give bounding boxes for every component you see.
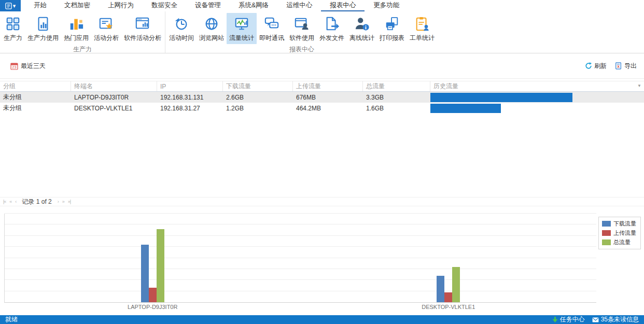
ribbon-item-label: 工单统计: [410, 34, 435, 43]
menu-tab-device-mgmt[interactable]: 设备管理: [186, 0, 230, 11]
chart-legend: 下载流量 上传流量 总流量: [598, 217, 641, 249]
chart-bar: [149, 288, 157, 302]
export-file-icon: X: [615, 62, 622, 69]
app-menu-button[interactable]: ▾: [0, 0, 21, 11]
ribbon-group-productivity: 生产力 生产力使用 热门应用: [0, 11, 165, 53]
refresh-button[interactable]: 刷新: [585, 62, 607, 71]
menu-bar: ▾ 开始 文档加密 上网行为 数据安全 设备管理 系统&网络 运维中心 报表中心…: [0, 0, 644, 11]
svg-text:X: X: [617, 65, 620, 68]
productivity-usage-icon: [35, 15, 51, 33]
traffic-table: 分组 终端名 IP 下载流量 上传流量 总流量 历史流量 ▼ 未分组 LAPTO…: [0, 81, 644, 114]
unread-messages-button[interactable]: 35条未读信息: [592, 315, 639, 324]
legend-entry-download: 下载流量: [602, 220, 636, 228]
ribbon: 生产力 生产力使用 热门应用: [0, 11, 644, 53]
column-header-history[interactable]: 历史流量 ▼: [430, 81, 644, 91]
menu-tab-more-functions[interactable]: 更多功能: [365, 0, 408, 11]
menu-tab-system-network[interactable]: 系统&网络: [230, 0, 277, 11]
chart-plot: LAPTOP-D9J3IT0RDESKTOP-VLKTLE1: [4, 214, 596, 303]
activity-analysis-icon: [99, 15, 114, 33]
traffic-bar-chart: LAPTOP-D9J3IT0RDESKTOP-VLKTLE1 下载流量 上传流量…: [0, 206, 644, 315]
legend-entry-upload: 上传流量: [602, 229, 636, 237]
column-filter-caret-icon[interactable]: ▼: [637, 83, 641, 88]
chart-bar: [444, 292, 452, 302]
legend-entry-total: 总流量: [602, 238, 636, 246]
chart-category-group: DESKTOP-VLKTLE1: [301, 214, 597, 302]
ribbon-item-label: 外发文件: [319, 34, 344, 43]
menu-tab-ops-center[interactable]: 运维中心: [277, 0, 321, 11]
next-page-button[interactable]: ›: [58, 199, 59, 204]
hot-apps-icon: [68, 15, 84, 33]
prev-page-button[interactable]: ‹: [15, 199, 16, 204]
chart-bar: [437, 276, 444, 302]
date-range-filter[interactable]: 23 最近三天: [10, 62, 46, 71]
cell-total: 1.6GB: [363, 105, 430, 112]
ribbon-item-work-order-stats[interactable]: 工单统计: [407, 13, 437, 44]
refresh-icon: [585, 62, 592, 69]
column-header-upload[interactable]: 上传流量: [293, 81, 363, 91]
ribbon-item-activity-time[interactable]: 活动时间: [166, 13, 197, 44]
ribbon-item-label: 流量统计: [229, 34, 254, 43]
export-button[interactable]: X 导出: [615, 62, 637, 71]
ribbon-item-instant-messaging[interactable]: 即时通讯: [257, 13, 287, 44]
next-fast-button[interactable]: »: [62, 199, 64, 204]
history-traffic-bar: [430, 93, 572, 102]
traffic-stats-icon: [234, 15, 249, 33]
table-header-row: 分组 终端名 IP 下载流量 上传流量 总流量 历史流量 ▼: [0, 81, 644, 92]
column-header-terminal[interactable]: 终端名: [71, 81, 157, 91]
ribbon-item-productivity[interactable]: 生产力: [1, 13, 25, 44]
export-label: 导出: [624, 62, 637, 71]
software-activity-analysis-icon: [135, 15, 150, 33]
menu-tab-start[interactable]: 开始: [25, 0, 55, 11]
last-page-button[interactable]: »|: [68, 199, 71, 204]
table-row[interactable]: 未分组 LAPTOP-D9J3IT0R 192.168.31.131 2.6GB…: [0, 92, 644, 103]
cell-total: 3.3GB: [363, 94, 430, 101]
prev-fast-button[interactable]: «: [9, 199, 11, 204]
work-order-stats-icon: [414, 15, 430, 33]
cell-ip: 192.168.31.131: [157, 94, 223, 101]
task-center-button[interactable]: 任务中心: [552, 315, 585, 324]
column-header-group[interactable]: 分组: [0, 81, 71, 91]
software-usage-icon: [294, 15, 310, 33]
date-range-label: 最近三天: [21, 62, 46, 71]
cell-upload: 676MB: [293, 94, 363, 101]
ribbon-item-label: 即时通讯: [259, 34, 284, 43]
column-header-total[interactable]: 总流量: [363, 81, 430, 91]
chart-category-label: LAPTOP-D9J3IT0R: [5, 302, 301, 310]
app-menu-icon: [5, 3, 12, 9]
first-page-button[interactable]: |«: [3, 199, 6, 204]
ribbon-item-label: 活动分析: [94, 34, 119, 43]
ribbon-item-browse-website[interactable]: 浏览网站: [197, 13, 227, 44]
application-window: ▾ 开始 文档加密 上网行为 数据安全 设备管理 系统&网络 运维中心 报表中心…: [0, 0, 644, 324]
column-header-download[interactable]: 下载流量: [223, 81, 293, 91]
calendar-icon: 23: [10, 62, 18, 70]
menu-tab-data-security[interactable]: 数据安全: [143, 0, 186, 11]
ribbon-item-outgoing-files[interactable]: 外发文件: [317, 13, 347, 44]
menu-tab-report-center[interactable]: 报表中心: [321, 0, 365, 11]
browse-website-icon: [204, 15, 219, 33]
ribbon-item-print-report[interactable]: 打印报表: [377, 13, 407, 44]
activity-time-icon: [174, 15, 189, 33]
menu-tab-web-behavior[interactable]: 上网行为: [99, 0, 143, 11]
ribbon-item-offline-stats[interactable]: 离线统计: [347, 13, 377, 44]
history-traffic-bar: [430, 104, 501, 113]
table-row[interactable]: 未分组 DESKTOP-VLKTLE1 192.168.31.27 1.2GB …: [0, 103, 644, 114]
print-report-icon: [384, 15, 400, 33]
ribbon-item-hot-apps[interactable]: 热门应用: [61, 13, 91, 44]
status-bar: 就绪 任务中心 35条未读信息: [0, 315, 644, 324]
app-menu-caret: ▾: [13, 3, 16, 9]
status-state-label: 就绪: [5, 315, 18, 324]
ribbon-item-activity-analysis[interactable]: 活动分析: [91, 13, 121, 44]
ribbon-item-label: 活动时间: [169, 34, 194, 43]
ribbon-item-software-usage[interactable]: 软件使用: [287, 13, 317, 44]
ribbon-item-traffic-stats[interactable]: 流量统计: [227, 13, 257, 44]
chart-category-label: DESKTOP-VLKTLE1: [301, 302, 597, 310]
menu-tab-doc-encryption[interactable]: 文档加密: [55, 0, 99, 11]
cell-history: [430, 92, 644, 103]
ribbon-item-productivity-usage[interactable]: 生产力使用: [25, 13, 61, 44]
ribbon-item-software-activity-analysis[interactable]: 软件活动分析: [121, 13, 164, 44]
cell-terminal: DESKTOP-VLKTLE1: [71, 105, 157, 112]
empty-area: [0, 114, 644, 197]
ribbon-item-label: 软件使用: [289, 34, 314, 43]
filter-toolbar: 23 最近三天 刷新 X 导出: [0, 53, 644, 79]
column-header-ip[interactable]: IP: [157, 81, 223, 91]
